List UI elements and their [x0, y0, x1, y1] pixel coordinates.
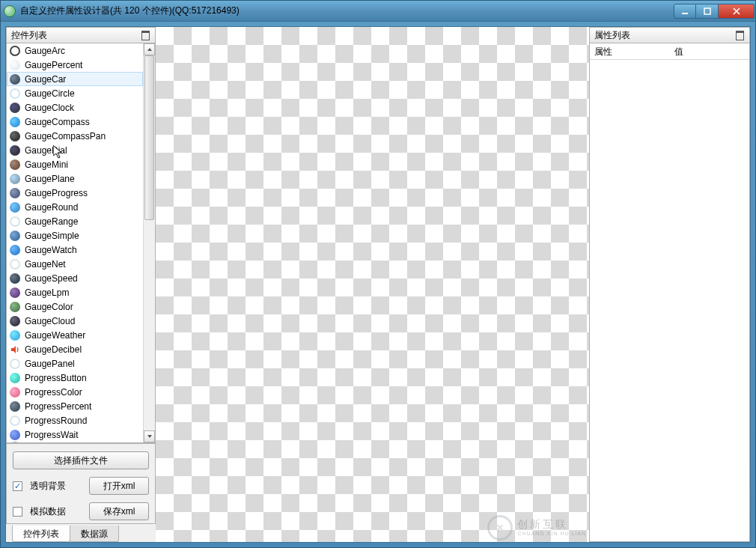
list-item[interactable]: GaugeSpeed	[7, 271, 143, 285]
list-item[interactable]: GaugeDial	[7, 143, 143, 157]
list-item[interactable]: GaugeCircle	[7, 86, 143, 100]
list-item[interactable]: GaugeCompass	[7, 115, 143, 129]
list-item-label: GaugeWatch	[25, 245, 77, 255]
widget-icon	[10, 117, 20, 127]
tab-widgets[interactable]: 控件列表	[12, 526, 70, 542]
list-item[interactable]: GaugeCompassPan	[7, 129, 143, 143]
widget-icon	[10, 103, 20, 113]
widget-icon	[10, 287, 20, 298]
widget-list: GaugeArcGaugePercentGaugeCarGaugeCircleG…	[6, 43, 156, 443]
list-item-label: ProgressButton	[25, 373, 87, 383]
widget-icon	[10, 415, 20, 426]
widget-icon	[10, 88, 20, 99]
titlebar[interactable]: 自定义控件属性设计器(共 120 个控件)(QQ:517216493)	[1, 1, 755, 22]
open-xml-button[interactable]: 打开xml	[89, 477, 149, 495]
design-canvas[interactable]: ✕ 创新互联 CHUANG XIN HU LIAN	[156, 27, 589, 542]
transparent-bg-checkbox[interactable]	[13, 481, 22, 491]
list-item-label: ProgressPercent	[25, 401, 91, 412]
list-item[interactable]: GaugeRange	[7, 214, 143, 228]
watermark: ✕ 创新互联 CHUANG XIN HU LIAN	[487, 515, 586, 541]
list-item[interactable]: GaugeClock	[7, 100, 143, 115]
list-item[interactable]: GaugeArc	[7, 43, 143, 58]
widget-icon	[10, 344, 20, 355]
widget-icon	[10, 387, 20, 398]
list-item[interactable]: GaugeMini	[7, 157, 143, 171]
right-panel: 属性列表 属性 值	[589, 27, 750, 542]
widget-icon	[10, 245, 20, 255]
list-item-label: ProgressColor	[25, 387, 82, 398]
list-item-label: ProgressRound	[25, 415, 87, 426]
widget-icon	[10, 302, 20, 312]
list-item[interactable]: ProgressColor	[7, 385, 143, 399]
list-item-label: GaugeCar	[25, 74, 66, 85]
left-panel: 控件列表 GaugeArcGaugePercentGaugeCarGaugeCi…	[6, 27, 156, 542]
left-tabs: 控件列表 数据源	[6, 524, 156, 542]
list-item[interactable]: GaugePercent	[7, 58, 143, 72]
list-item[interactable]: GaugeWeather	[7, 328, 143, 342]
list-item-label: GaugeCompass	[25, 117, 90, 127]
property-grid[interactable]: 属性 值	[589, 43, 750, 542]
list-item[interactable]: ProgressRound	[7, 413, 143, 427]
widget-icon	[10, 46, 20, 56]
widget-icon	[10, 231, 20, 241]
list-item[interactable]: GaugeProgress	[7, 186, 143, 200]
list-item-label: GaugePercent	[25, 60, 82, 70]
list-item[interactable]: ProgressWater	[7, 442, 143, 442]
list-item[interactable]: GaugeDecibel	[7, 342, 143, 356]
select-plugin-button[interactable]: 选择插件文件	[13, 451, 149, 469]
dock-toggle-icon[interactable]	[140, 30, 150, 40]
maximize-button[interactable]	[696, 4, 719, 19]
list-item-label: ProgressWait	[25, 430, 79, 440]
list-item-label: GaugeCircle	[25, 88, 75, 99]
list-item-label: GaugeCloud	[25, 316, 75, 326]
prop-col-value: 值	[670, 43, 750, 59]
close-button[interactable]	[719, 4, 755, 19]
widget-icon	[10, 316, 20, 326]
scroll-down-button[interactable]	[144, 430, 155, 442]
list-item[interactable]: GaugeWatch	[7, 243, 143, 257]
mock-data-checkbox[interactable]	[13, 507, 22, 517]
widget-icon	[10, 273, 20, 284]
app-icon	[4, 5, 16, 17]
list-item[interactable]: GaugePlane	[7, 171, 143, 186]
widget-icon	[10, 60, 20, 70]
tab-datasource[interactable]: 数据源	[70, 526, 119, 542]
list-item[interactable]: GaugeNet	[7, 257, 143, 271]
widget-icon	[10, 442, 20, 442]
dock-toggle-icon[interactable]	[734, 30, 745, 40]
list-item-label: GaugeDecibel	[25, 344, 82, 355]
prop-col-name: 属性	[590, 43, 670, 59]
list-item-label: GaugeDial	[25, 145, 67, 156]
right-panel-header[interactable]: 属性列表	[589, 27, 750, 43]
list-item[interactable]: GaugeRound	[7, 200, 143, 214]
list-item-label: GaugeColor	[25, 302, 73, 312]
save-xml-button[interactable]: 保存xml	[89, 502, 149, 520]
list-item-label: GaugeNet	[25, 259, 66, 270]
minimize-button[interactable]	[674, 4, 696, 19]
right-panel-title: 属性列表	[594, 29, 630, 42]
svg-rect-0	[682, 13, 688, 14]
widget-icon	[10, 430, 20, 440]
list-item-label: GaugeWeather	[25, 330, 85, 341]
left-panel-title: 控件列表	[11, 29, 47, 42]
list-item[interactable]: GaugeColor	[7, 299, 143, 314]
scroll-up-button[interactable]	[144, 43, 155, 55]
left-panel-header[interactable]: 控件列表	[6, 27, 156, 43]
list-item-label: GaugeArc	[25, 46, 65, 56]
list-item[interactable]: GaugePanel	[7, 356, 143, 371]
transparent-bg-label: 透明背景	[30, 480, 82, 493]
widget-icon	[10, 359, 20, 369]
widget-icon	[10, 401, 20, 412]
list-item[interactable]: ProgressPercent	[7, 399, 143, 413]
list-item[interactable]: ProgressWait	[7, 427, 143, 442]
list-item[interactable]: GaugeLpm	[7, 285, 143, 299]
list-item-label: GaugeSimple	[25, 231, 79, 241]
widget-icon	[10, 373, 20, 383]
list-item[interactable]: ProgressButton	[7, 371, 143, 385]
list-item[interactable]: GaugeSimple	[7, 228, 143, 243]
scroll-thumb[interactable]	[144, 55, 154, 220]
scrollbar[interactable]	[143, 43, 155, 442]
list-item[interactable]: GaugeCloud	[7, 314, 143, 328]
list-item-label: GaugePlane	[25, 174, 75, 184]
list-item[interactable]: GaugeCar	[7, 72, 143, 86]
